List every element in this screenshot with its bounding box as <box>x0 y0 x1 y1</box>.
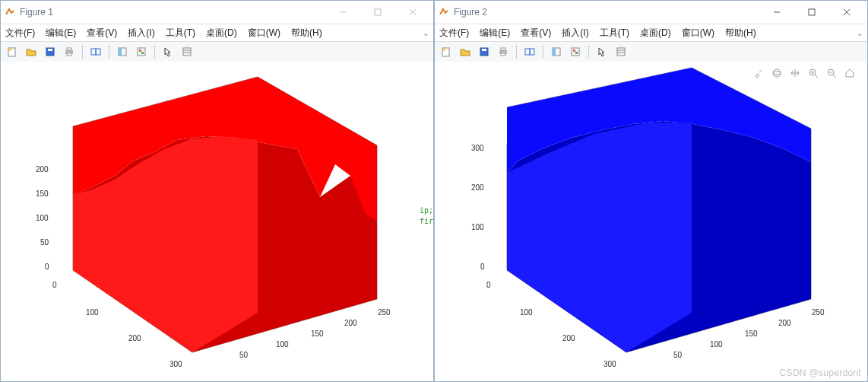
x-tick: 200 <box>128 334 141 342</box>
surface-2 <box>507 68 811 352</box>
colorbar-icon[interactable] <box>567 43 584 60</box>
rotate3d-icon[interactable] <box>770 66 784 80</box>
menu-view[interactable]: 查看(V) <box>521 27 551 40</box>
figure-window-1: Figure 1 文件(F) 编辑(E) 查看(V) 插入(I) 工具(T) 桌… <box>0 0 434 382</box>
x-tick: 100 <box>520 308 533 317</box>
pointer-icon[interactable] <box>160 43 176 60</box>
svg-rect-18 <box>183 48 191 56</box>
colorbar-icon[interactable] <box>133 43 150 60</box>
z-tick: 150 <box>36 189 49 198</box>
y-tick: 200 <box>778 319 791 327</box>
menu-tools[interactable]: 工具(T) <box>166 27 195 40</box>
minimize-button[interactable] <box>759 1 794 24</box>
x-tick: 200 <box>562 334 575 342</box>
y-tick: 50 <box>239 351 248 359</box>
x-tick: 300 <box>169 360 182 368</box>
print-icon[interactable] <box>495 43 512 60</box>
watermark-text: CSDN @superdont <box>780 368 861 378</box>
plot3d-1 <box>1 62 435 381</box>
open-icon[interactable] <box>457 43 474 60</box>
menu-insert[interactable]: 插入(I) <box>562 27 588 40</box>
bg-code-text: ip; <box>420 206 433 215</box>
svg-point-37 <box>442 48 445 51</box>
save-icon[interactable] <box>42 43 59 60</box>
menu-tools[interactable]: 工具(T) <box>600 27 629 40</box>
axes-1[interactable]: ip; fir <box>1 62 433 381</box>
menu-help[interactable]: 帮助(H) <box>725 27 756 40</box>
y-tick: 100 <box>710 340 723 349</box>
zoom-in-icon[interactable] <box>806 66 820 80</box>
datacursor-icon[interactable] <box>548 43 565 60</box>
panel-icon[interactable] <box>613 43 629 60</box>
svg-rect-49 <box>575 52 578 54</box>
svg-rect-39 <box>482 49 486 51</box>
print-icon[interactable] <box>61 43 78 60</box>
z-tick: 50 <box>40 238 49 247</box>
svg-point-5 <box>8 48 11 51</box>
axes-toolbar <box>752 66 857 80</box>
brush-icon[interactable] <box>752 66 765 80</box>
panel-icon[interactable] <box>179 43 195 60</box>
pan-icon[interactable] <box>788 66 802 80</box>
close-button[interactable] <box>395 1 430 24</box>
svg-point-54 <box>773 72 781 75</box>
menu-file[interactable]: 文件(F) <box>5 27 35 40</box>
pointer-icon[interactable] <box>594 43 610 60</box>
menubar-2: 文件(F) 编辑(E) 查看(V) 插入(I) 工具(T) 桌面(D) 窗口(W… <box>435 24 867 42</box>
maximize-button[interactable] <box>360 1 395 24</box>
titlebar-2[interactable]: Figure 2 <box>435 1 867 24</box>
svg-rect-17 <box>141 52 144 54</box>
svg-rect-33 <box>809 9 815 15</box>
new-figure-icon[interactable] <box>438 43 455 60</box>
menu-desktop[interactable]: 桌面(D) <box>206 27 237 40</box>
menu-help[interactable]: 帮助(H) <box>291 27 322 40</box>
svg-rect-44 <box>530 49 534 55</box>
z-tick: 300 <box>471 144 484 152</box>
open-icon[interactable] <box>23 43 40 60</box>
surface-1 <box>73 77 377 352</box>
z-tick: 0 <box>45 263 49 271</box>
svg-rect-11 <box>91 49 96 55</box>
menu-insert[interactable]: 插入(I) <box>128 27 154 40</box>
z-tick: 200 <box>36 165 49 173</box>
link-icon[interactable] <box>521 43 538 60</box>
menu-file[interactable]: 文件(F) <box>439 27 469 40</box>
svg-rect-16 <box>139 49 141 52</box>
svg-rect-48 <box>573 49 575 52</box>
menu-overflow-icon[interactable]: ⌄ <box>857 29 863 37</box>
menu-view[interactable]: 查看(V) <box>87 27 117 40</box>
zoom-out-icon[interactable] <box>825 66 838 80</box>
new-figure-icon[interactable] <box>4 43 21 60</box>
svg-rect-41 <box>501 48 505 50</box>
z-tick: 100 <box>471 223 484 231</box>
menu-overflow-icon[interactable]: ⌄ <box>423 29 429 37</box>
menu-window[interactable]: 窗口(W) <box>682 27 714 40</box>
axes-2[interactable]: 0 100 200 300 0 100 200 300 50 100 150 2… <box>435 62 867 381</box>
y-tick: 50 <box>673 351 682 359</box>
plot3d-2 <box>435 62 868 381</box>
menu-edit[interactable]: 编辑(E) <box>46 27 76 40</box>
menu-edit[interactable]: 编辑(E) <box>480 27 510 40</box>
svg-line-56 <box>815 75 818 78</box>
link-icon[interactable] <box>87 43 104 60</box>
matlab-logo-icon <box>4 6 16 18</box>
menubar-1: 文件(F) 编辑(E) 查看(V) 插入(I) 工具(T) 桌面(D) 窗口(W… <box>1 24 433 42</box>
datacursor-icon[interactable] <box>114 43 131 60</box>
maximize-button[interactable] <box>794 1 829 24</box>
window-title: Figure 2 <box>454 7 759 18</box>
y-tick: 250 <box>812 308 825 317</box>
y-tick: 250 <box>378 308 391 317</box>
y-tick: 200 <box>344 319 357 327</box>
window-title: Figure 1 <box>20 7 325 18</box>
save-icon[interactable] <box>476 43 493 60</box>
menu-window[interactable]: 窗口(W) <box>248 27 280 40</box>
close-button[interactable] <box>829 1 864 24</box>
home-icon[interactable] <box>843 66 857 80</box>
svg-rect-46 <box>553 48 556 56</box>
titlebar-1[interactable]: Figure 1 <box>1 1 433 24</box>
minimize-button[interactable] <box>325 1 360 24</box>
x-tick: 0 <box>52 281 57 289</box>
y-tick: 100 <box>276 340 289 349</box>
menu-desktop[interactable]: 桌面(D) <box>640 27 671 40</box>
svg-rect-42 <box>501 53 505 56</box>
